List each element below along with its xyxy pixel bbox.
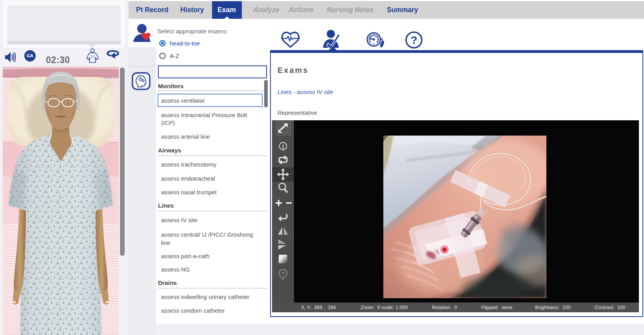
svg-text:?: ? bbox=[410, 34, 417, 46]
